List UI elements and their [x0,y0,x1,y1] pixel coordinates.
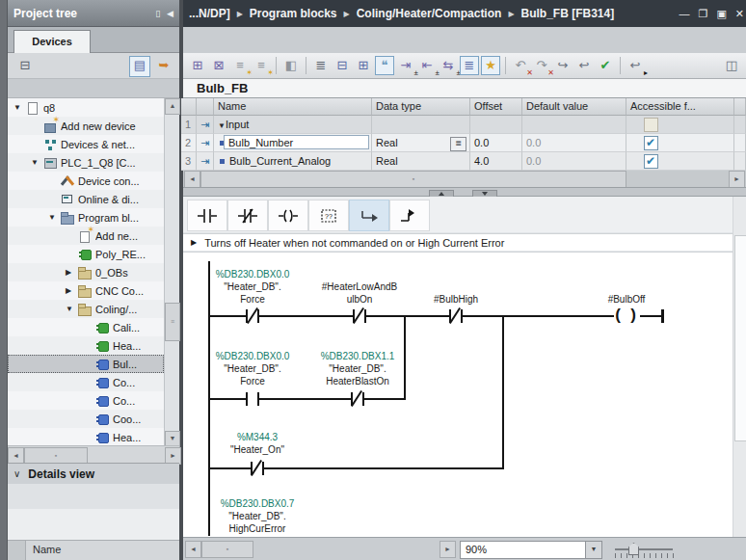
tree-vscrollbar[interactable]: ▲ ≡ ▼ [164,98,179,445]
tree-hscrollbar[interactable]: ◄ ▪ ► [8,445,179,463]
expander-icon[interactable]: ▶ [66,286,78,295]
tree-item-poly-re[interactable]: Poly_RE... [8,245,164,263]
scroll-left-icon[interactable]: ◄ [185,541,201,558]
name-edit-field[interactable]: Bulb_Number [224,135,369,149]
scroll-up-icon[interactable]: ▲ [165,98,180,115]
network-expander-icon[interactable]: ▶ [191,238,197,247]
restore-icon[interactable]: ❐ [699,0,708,27]
close-icon[interactable]: ✕ [735,0,744,27]
call-environment-icon[interactable]: ↩▸ [626,56,645,75]
tree-item-devices-net[interactable]: Devices & net... [8,135,164,153]
nc-contact-heater-low-and-bulb-on[interactable] [350,306,371,327]
tree-item-co[interactable]: Co... [8,373,164,391]
expander-icon[interactable]: ▼ [66,305,78,313]
operand-address[interactable]: %DB230.DBX0.0 [195,351,310,362]
cell-default[interactable]: 0.0 [522,152,626,171]
zoom-slider-track[interactable] [615,548,673,550]
accessible-checkbox[interactable] [644,136,658,150]
details-list-icon[interactable]: ▤ [129,56,150,77]
accessible-checkbox[interactable] [644,154,658,169]
operand-name[interactable]: "Heater_DB". [195,281,310,293]
nc-contact-heater-db-force[interactable] [244,306,265,327]
expander-icon[interactable]: ▼ [48,213,61,222]
coil-button[interactable] [268,200,308,231]
tree-item-q8[interactable]: ▼q8 [8,98,164,117]
no-contact-button[interactable] [187,200,227,231]
operand-name[interactable]: HighCurError [200,523,315,535]
expander-icon[interactable]: ▶ [66,268,78,277]
insert-row-icon[interactable]: ≡✶ [230,56,250,75]
tree-item-coling[interactable]: ▼Coling/... [8,300,164,318]
col-header-offset[interactable]: Offset [470,98,522,116]
operand-name[interactable]: Force [195,376,310,387]
split-editor-icon[interactable]: ◫ [722,56,741,75]
expander-icon[interactable]: ▼ [31,158,43,167]
col-header-name[interactable]: Name [214,98,372,116]
tree-item-bul[interactable]: Bul... [8,355,164,373]
nc-contact-bulb-high[interactable] [446,306,467,327]
tree-item-hea[interactable]: Hea... [8,336,164,355]
breadcrumb-group[interactable]: Coling/Heater/Compaction [357,7,502,20]
open-branch-button[interactable] [349,200,389,231]
tree-item-cali[interactable]: Cali... [8,318,164,336]
tree-item-co[interactable]: Co... [8,391,164,410]
lad-vscrollbar[interactable] [733,197,746,537]
jump-to-network-icon[interactable]: ⇆± [439,56,458,75]
operand-name[interactable]: Force [195,294,310,306]
operand-address[interactable]: %DB230.DBX0.7 [200,498,315,510]
tree-item-plc-1-q8-c[interactable]: ▼PLC_1_Q8 [C... [8,153,164,172]
consistency-check-icon[interactable]: ✔ [596,56,615,75]
data-type-picker-icon[interactable]: ≣ [450,137,466,151]
operand-name[interactable]: "Heater_DB". [300,363,415,375]
table-hscroll-thumb[interactable]: ▪ [200,171,626,188]
expand-networks-icon[interactable]: ⊟ [333,56,352,75]
tree-item-add-new-device[interactable]: Add new device [8,117,164,135]
operand-name[interactable]: HeaterBlastOn [300,376,415,387]
col-header-accessible[interactable]: Accessible f... [626,98,734,116]
close-branch-button[interactable] [389,200,430,231]
expander-icon[interactable]: ▼ [13,103,26,112]
tree-item-hea[interactable]: Hea... [8,428,164,445]
update-block-call-icon[interactable]: ↪ [553,56,573,75]
tree-item-online-di[interactable]: Online & di... [8,190,164,208]
scroll-right-icon[interactable]: ► [729,171,745,188]
minimize-icon[interactable]: — [679,0,690,27]
scroll-left-icon[interactable]: ◄ [184,171,200,188]
coil-bulb-off[interactable] [609,303,642,326]
nc-contact-button[interactable] [227,200,268,231]
zoom-slider-handle[interactable] [628,543,639,555]
zoom-level-field[interactable]: 90% [460,541,592,559]
absolute-operands-icon[interactable]: ≣ [311,56,331,75]
tree-item-add-ne[interactable]: Add ne... [8,227,164,245]
tree-item-program-bl[interactable]: ▼Program bl... [8,208,164,227]
empty-box-button[interactable]: ?? [308,200,349,231]
tab-devices[interactable]: Devices [13,30,91,54]
table-hscrollbar[interactable]: ◄ ▪ ► [183,171,746,187]
float-panel-icon[interactable]: ▯ [155,9,160,18]
cell-name-bulb-number[interactable]: Bulb_Number [214,134,372,152]
tree-item-cnc-co[interactable]: ▶CNC Co... [8,281,164,300]
operand-address[interactable]: %M344.3 [200,432,315,443]
operand-address[interactable]: %DB230.DBX0.0 [195,269,310,280]
zoom-dropdown-icon[interactable]: ▼ [585,541,602,559]
no-contact-heater-db-force[interactable] [244,388,265,410]
insert-network-icon[interactable]: ⊞ [188,56,207,75]
table-row-input[interactable]: ▼Input [214,116,372,134]
cell-default[interactable]: 0.0 [522,134,626,152]
interface-splitter[interactable] [183,187,746,197]
operand-address[interactable]: %DB230.DBX1.1 [300,351,415,362]
maximize-icon[interactable]: ▣ [716,0,726,27]
cell-data-type[interactable] [372,116,470,134]
cell-data-type[interactable]: Real≣ [372,134,470,152]
breadcrumb-device[interactable]: ...N/DP] [189,7,230,20]
cell-data-type[interactable]: Real [372,152,470,171]
synchronize-call-icon[interactable]: ↩ [574,56,594,75]
breadcrumb-program-blocks[interactable]: Program blocks [250,7,337,20]
scroll-right-icon[interactable]: ► [440,541,456,558]
keep-actual-values-icon[interactable]: ◧ [281,56,301,75]
operand-name[interactable]: "Heater_DB". [195,363,310,375]
delete-network-icon[interactable]: ⊠ [209,56,228,75]
tree-vscroll-thumb[interactable]: ≡ [165,303,180,341]
previous-error-icon[interactable]: ↶✕ [511,56,530,75]
operand-name[interactable]: "Heater_DB". [200,511,315,522]
